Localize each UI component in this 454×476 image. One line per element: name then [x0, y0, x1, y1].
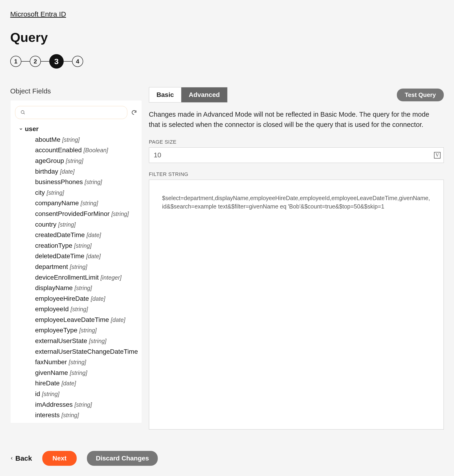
- field-type: [string]: [62, 136, 80, 143]
- field-item[interactable]: ageGroup [string]: [35, 155, 138, 166]
- footer-actions: Back Next Discard Changes: [10, 451, 158, 466]
- field-type: [string]: [89, 338, 106, 344]
- field-item[interactable]: hireDate [date]: [35, 378, 138, 389]
- field-item[interactable]: creationType [string]: [35, 240, 138, 251]
- field-item[interactable]: country [string]: [35, 219, 138, 230]
- field-type: [Boolean]: [84, 147, 108, 154]
- stepper: 1234: [10, 54, 444, 69]
- page-size-input[interactable]: [149, 147, 444, 163]
- field-item[interactable]: id [string]: [35, 389, 138, 399]
- field-name: country: [35, 221, 58, 228]
- field-item[interactable]: isManagementRestricted [Boolean]: [35, 421, 138, 423]
- field-item[interactable]: employeeType [string]: [35, 325, 138, 336]
- next-button[interactable]: Next: [42, 451, 77, 466]
- field-item[interactable]: createdDateTime [date]: [35, 230, 138, 240]
- field-type: [string]: [42, 391, 60, 397]
- step-2[interactable]: 2: [30, 56, 41, 67]
- field-item[interactable]: department [string]: [35, 261, 138, 272]
- chevron-left-icon: [10, 456, 14, 461]
- field-item[interactable]: externalUserStateChangeDateTime: [35, 346, 138, 357]
- mode-tabs: Basic Advanced: [149, 87, 228, 102]
- field-item[interactable]: employeeLeaveDateTime [date]: [35, 315, 138, 325]
- field-name: givenName: [35, 369, 70, 376]
- field-item[interactable]: aboutMe [string]: [35, 134, 138, 145]
- field-item[interactable]: givenName [string]: [35, 368, 138, 378]
- field-type: [date]: [86, 253, 101, 259]
- field-name: externalUserStateChangeDateTime: [35, 348, 138, 355]
- field-item[interactable]: faxNumber [string]: [35, 357, 138, 368]
- field-item[interactable]: companyName [string]: [35, 198, 138, 209]
- field-type: [string]: [75, 285, 92, 291]
- field-type: [string]: [111, 211, 129, 217]
- field-name: deletedDateTime: [35, 253, 86, 260]
- field-type: [date]: [91, 295, 106, 302]
- field-name: aboutMe: [35, 136, 62, 143]
- field-name: imAddresses: [35, 401, 75, 408]
- field-type: [string]: [70, 264, 87, 270]
- back-button[interactable]: Back: [10, 454, 32, 462]
- field-item[interactable]: accountEnabled [Boolean]: [35, 145, 138, 156]
- field-item[interactable]: employeeId [string]: [35, 304, 138, 315]
- field-type: [string]: [69, 359, 86, 365]
- field-type: [date]: [61, 380, 76, 386]
- field-type: [string]: [61, 412, 79, 418]
- field-type: [string]: [75, 401, 92, 408]
- field-name: hireDate: [35, 380, 61, 387]
- search-field[interactable]: [28, 109, 122, 116]
- field-type: [string]: [58, 221, 76, 228]
- tree-root-label: user: [25, 124, 38, 134]
- field-type: [string]: [70, 369, 87, 376]
- step-connector: [21, 61, 30, 62]
- field-item[interactable]: deletedDateTime [date]: [35, 251, 138, 262]
- field-item[interactable]: city [string]: [35, 187, 138, 198]
- refresh-icon[interactable]: [131, 109, 137, 115]
- tab-advanced[interactable]: Advanced: [181, 87, 227, 102]
- chevron-down-icon: [19, 127, 23, 131]
- variable-icon[interactable]: V: [434, 152, 440, 159]
- field-name: accountEnabled: [35, 146, 84, 154]
- field-item[interactable]: displayName [string]: [35, 283, 138, 293]
- field-item[interactable]: deviceEnrollmentLimit [integer]: [35, 272, 138, 283]
- search-icon: [20, 110, 26, 115]
- field-type: [string]: [81, 200, 98, 206]
- field-name: interests: [35, 411, 61, 419]
- field-name: consentProvidedForMinor: [35, 210, 111, 217]
- tree-root-user[interactable]: user: [14, 124, 138, 134]
- field-item[interactable]: imAddresses [string]: [35, 399, 138, 410]
- page-title: Query: [10, 30, 444, 45]
- discard-changes-button[interactable]: Discard Changes: [87, 451, 158, 466]
- field-type: [Boolean]: [109, 422, 133, 423]
- step-connector: [41, 61, 49, 62]
- step-connector: [64, 61, 72, 62]
- step-3[interactable]: 3: [49, 54, 64, 69]
- object-fields-heading: Object Fields: [10, 87, 142, 95]
- field-item[interactable]: employeeHireDate [date]: [35, 293, 138, 304]
- search-input[interactable]: [15, 106, 127, 119]
- field-item[interactable]: interests [string]: [35, 410, 138, 421]
- field-name: city: [35, 189, 47, 196]
- field-name: department: [35, 263, 70, 270]
- field-type: [string]: [74, 242, 91, 249]
- tab-basic[interactable]: Basic: [149, 87, 182, 102]
- field-name: employeeLeaveDateTime: [35, 316, 111, 323]
- test-query-button[interactable]: Test Query: [397, 89, 444, 101]
- field-name: employeeId: [35, 305, 71, 313]
- field-item[interactable]: birthday [date]: [35, 166, 138, 177]
- filter-string-label: FILTER STRING: [149, 171, 444, 177]
- field-name: id: [35, 390, 42, 398]
- step-4[interactable]: 4: [72, 56, 83, 67]
- field-item[interactable]: consentProvidedForMinor [string]: [35, 208, 138, 219]
- field-name: employeeHireDate: [35, 295, 91, 302]
- filter-string-input[interactable]: [149, 180, 444, 430]
- fields-card: user aboutMe [string]accountEnabled [Boo…: [10, 100, 142, 423]
- field-type: [integer]: [101, 274, 121, 281]
- step-1[interactable]: 1: [10, 56, 21, 67]
- field-item[interactable]: externalUserState [string]: [35, 336, 138, 346]
- field-item[interactable]: businessPhones [string]: [35, 177, 138, 187]
- field-name: createdDateTime: [35, 231, 87, 238]
- field-name: companyName: [35, 200, 81, 207]
- field-type: [date]: [87, 232, 101, 238]
- field-name: displayName: [35, 284, 75, 292]
- breadcrumb-link[interactable]: Microsoft Entra ID: [10, 10, 66, 18]
- field-name: externalUserState: [35, 337, 89, 345]
